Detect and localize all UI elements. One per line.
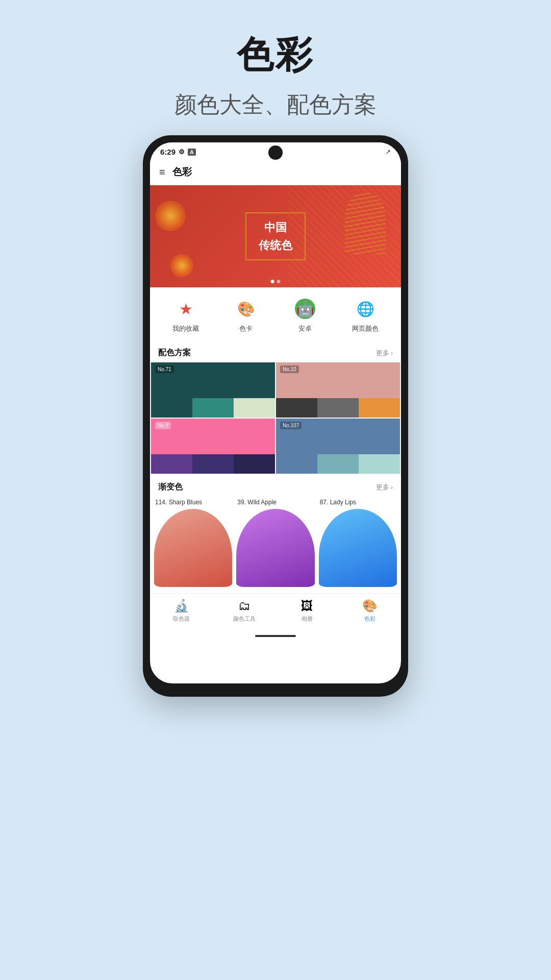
swatch-10-2 [317, 398, 359, 418]
page-background: 色彩 颜色大全、配色方案 6:29 ⚙ A ↗ ≡ 色彩 [0, 0, 551, 980]
album-icon: 🖼 [301, 599, 313, 613]
dot-2 [277, 280, 281, 283]
gradient-sharp-blues[interactable]: 114. Sharp Blues [154, 499, 232, 587]
chevron-right-icon: › [391, 349, 393, 357]
sharp-blues-circle [154, 509, 232, 587]
android-icon-wrap: 🤖 [293, 297, 317, 321]
gradient-items: 114. Sharp Blues 39. Wild Apple 87. Lady… [150, 497, 401, 589]
android-label: 安卓 [298, 324, 312, 333]
signal-strength-icon: ↗ [385, 148, 391, 156]
palettes-grid: No.71 No.10 [150, 362, 401, 475]
indicator-bar [255, 635, 296, 637]
palette-8-swatches [151, 454, 275, 474]
palette-section-title: 配色方案 [158, 348, 191, 358]
action-web-color[interactable]: 🌐 网页颜色 [352, 297, 379, 333]
gradient-section: 渐变色 更多 › 114. Sharp Blues 39. Wild Apple [150, 475, 401, 593]
swatch-8-3 [234, 454, 275, 474]
color-tool-icon: 🗂 [238, 599, 251, 613]
swatch-71-3 [234, 398, 275, 418]
album-nav-label: 相册 [302, 615, 313, 623]
palette-107-number: No.107 [280, 422, 302, 429]
swatch-10-1 [276, 398, 317, 418]
gradient-section-title: 渐变色 [158, 482, 183, 493]
dot-1 [271, 280, 274, 283]
app-bar-title: 色彩 [172, 165, 192, 179]
banner-dots [271, 280, 281, 283]
palette-10-swatches [276, 398, 400, 418]
lady-lips-circle [319, 509, 397, 587]
web-color-label: 网页颜色 [352, 324, 379, 333]
palette-card-8[interactable]: No.8 [151, 419, 275, 474]
phone-screen: 6:29 ⚙ A ↗ ≡ 色彩 [150, 142, 401, 683]
palette-card-71[interactable]: No.71 [151, 362, 275, 418]
sharp-blues-label: 114. Sharp Blues [154, 499, 232, 506]
android-icon: 🤖 [295, 299, 315, 319]
action-color-card[interactable]: 🎨 色卡 [234, 297, 258, 333]
page-subtitle: 颜色大全、配色方案 [174, 90, 377, 120]
palette-section-header: 配色方案 更多 › [150, 342, 401, 362]
color-app-nav-label: 色彩 [364, 615, 375, 623]
palette-71-top: No.71 [151, 362, 275, 398]
phone-frame: 6:29 ⚙ A ↗ ≡ 色彩 [143, 135, 408, 697]
palette-card-10[interactable]: No.10 [276, 362, 400, 418]
palette-more-link[interactable]: 更多 › [376, 349, 393, 358]
page-title: 色彩 [174, 31, 377, 80]
favorites-label: 我的收藏 [172, 324, 199, 333]
hamburger-menu-icon[interactable]: ≡ [159, 166, 165, 178]
banner: 中国 传统色 [150, 185, 401, 287]
swatch-107-2 [317, 454, 359, 474]
palette-71-swatches [151, 398, 275, 418]
palette-8-number: No.8 [155, 422, 171, 429]
quick-actions: ★ 我的收藏 🎨 色卡 🤖 安卓 [150, 287, 401, 342]
color-app-icon: 🎨 [362, 599, 378, 613]
color-tool-nav-label: 颜色工具 [233, 615, 256, 623]
swatch-71-2 [192, 398, 234, 418]
wild-apple-circle [236, 509, 314, 587]
status-bar: 6:29 ⚙ A ↗ [150, 142, 401, 159]
banner-content: 中国 传统色 [245, 212, 306, 260]
web-color-icon: 🌐 [357, 301, 374, 317]
status-time: 6:29 [160, 148, 176, 156]
swatch-71-1 [151, 398, 192, 418]
settings-icon: ⚙ [179, 148, 185, 156]
app-bar: ≡ 色彩 [150, 159, 401, 185]
gradient-lady-lips[interactable]: 87. Lady Lips [319, 499, 397, 587]
palette-10-top: No.10 [276, 362, 400, 398]
page-header: 色彩 颜色大全、配色方案 [174, 0, 377, 135]
swatch-107-1 [276, 454, 317, 474]
palette-8-top: No.8 [151, 419, 275, 454]
banner-line1: 中国 [259, 218, 292, 236]
star-icon: ★ [179, 300, 193, 318]
swatch-107-3 [359, 454, 400, 474]
lady-lips-label: 87. Lady Lips [319, 499, 397, 506]
notification-icon: A [188, 149, 196, 156]
banner-line2: 传统色 [259, 236, 292, 254]
banner-text-box: 中国 传统色 [245, 212, 306, 260]
palette-107-top: No.107 [276, 419, 400, 454]
action-favorites[interactable]: ★ 我的收藏 [172, 297, 199, 333]
status-right-icons: ↗ [385, 148, 391, 156]
nav-color-picker[interactable]: 🔬 取色器 [150, 599, 213, 623]
palette-10-number: No.10 [280, 365, 299, 373]
nav-color-app[interactable]: 🎨 色彩 [338, 599, 401, 623]
gradient-more-link[interactable]: 更多 › [376, 483, 393, 492]
color-picker-icon: 🔬 [174, 599, 189, 613]
status-time-area: 6:29 ⚙ A [160, 148, 196, 156]
web-color-icon-wrap: 🌐 [353, 297, 378, 321]
home-indicator [150, 631, 401, 641]
favorites-icon-wrap: ★ [173, 297, 198, 321]
palette-71-number: No.71 [155, 365, 174, 373]
action-android[interactable]: 🤖 安卓 [293, 297, 317, 333]
bottom-nav: 🔬 取色器 🗂 颜色工具 🖼 相册 🎨 色彩 [150, 593, 401, 631]
notch [268, 145, 283, 160]
palette-card-107[interactable]: No.107 [276, 419, 400, 474]
color-picker-nav-label: 取色器 [173, 615, 190, 623]
gradient-wild-apple[interactable]: 39. Wild Apple [236, 499, 314, 587]
swatch-10-3 [359, 398, 400, 418]
color-card-icon-wrap: 🎨 [234, 297, 258, 321]
palette-107-swatches [276, 454, 400, 474]
nav-album[interactable]: 🖼 相册 [276, 599, 338, 623]
gradient-section-header: 渐变色 更多 › [150, 475, 401, 497]
wild-apple-label: 39. Wild Apple [236, 499, 314, 506]
nav-color-tool[interactable]: 🗂 颜色工具 [213, 599, 276, 623]
